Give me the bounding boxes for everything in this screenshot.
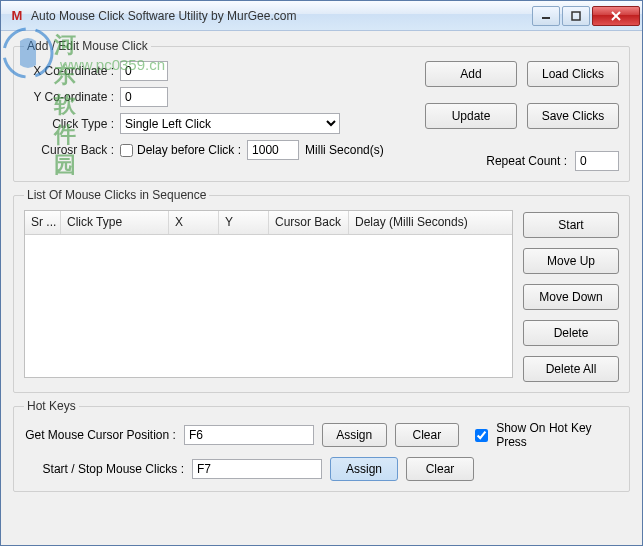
- minimize-button[interactable]: [532, 6, 560, 26]
- x-input[interactable]: [120, 61, 168, 81]
- clicktype-select[interactable]: Single Left Click: [120, 113, 340, 134]
- getpos-label: Get Mouse Cursor Position :: [24, 428, 176, 442]
- titlebar[interactable]: M Auto Mouse Click Software Utility by M…: [1, 1, 642, 31]
- grid-header: Sr ... Click Type X Y Cursor Back Delay …: [25, 211, 512, 235]
- close-icon: [610, 10, 622, 22]
- update-button[interactable]: Update: [425, 103, 517, 129]
- col-cursorback[interactable]: Cursor Back: [269, 211, 349, 234]
- start-button[interactable]: Start: [523, 212, 619, 238]
- cursorback-label: Curosr Back :: [24, 143, 114, 157]
- minimize-icon: [541, 11, 551, 21]
- hotkeys-legend: Hot Keys: [24, 399, 79, 413]
- add-edit-legend: Add / Edit Mouse Click: [24, 39, 151, 53]
- startstop-label: Start / Stop Mouse Clicks :: [24, 462, 184, 476]
- getpos-clear-button[interactable]: Clear: [395, 423, 460, 447]
- window-controls: [532, 6, 640, 26]
- add-button[interactable]: Add: [425, 61, 517, 87]
- show-checkbox[interactable]: [475, 429, 488, 442]
- delete-button[interactable]: Delete: [523, 320, 619, 346]
- maximize-icon: [571, 11, 581, 21]
- repeat-label: Repeat Count :: [486, 154, 567, 168]
- y-input[interactable]: [120, 87, 168, 107]
- x-label: X Co-ordinate :: [24, 64, 114, 78]
- col-x[interactable]: X: [169, 211, 219, 234]
- col-delay[interactable]: Delay (Milli Seconds): [349, 211, 512, 234]
- save-clicks-button[interactable]: Save Clicks: [527, 103, 619, 129]
- col-sr[interactable]: Sr ...: [25, 211, 61, 234]
- col-y[interactable]: Y: [219, 211, 269, 234]
- app-window: M Auto Mouse Click Software Utility by M…: [0, 0, 643, 546]
- window-content: Add / Edit Mouse Click X Co-ordinate : Y…: [1, 31, 642, 545]
- cursorback-checkbox[interactable]: [120, 144, 133, 157]
- clicks-grid[interactable]: Sr ... Click Type X Y Cursor Back Delay …: [24, 210, 513, 378]
- sequence-legend: List Of Mouse Clicks in Sequence: [24, 188, 209, 202]
- y-label: Y Co-ordinate :: [24, 90, 114, 104]
- delay-unit: Milli Second(s): [305, 143, 384, 157]
- app-icon: M: [9, 8, 25, 24]
- delay-input[interactable]: [247, 140, 299, 160]
- col-clicktype[interactable]: Click Type: [61, 211, 169, 234]
- moveup-button[interactable]: Move Up: [523, 248, 619, 274]
- deleteall-button[interactable]: Delete All: [523, 356, 619, 382]
- window-title: Auto Mouse Click Software Utility by Mur…: [31, 9, 532, 23]
- load-clicks-button[interactable]: Load Clicks: [527, 61, 619, 87]
- close-button[interactable]: [592, 6, 640, 26]
- svg-rect-1: [572, 12, 580, 20]
- movedown-button[interactable]: Move Down: [523, 284, 619, 310]
- getpos-assign-button[interactable]: Assign: [322, 423, 387, 447]
- delay-label: Delay before Click :: [137, 143, 241, 157]
- sequence-group: List Of Mouse Clicks in Sequence Sr ... …: [13, 188, 630, 393]
- startstop-assign-button[interactable]: Assign: [330, 457, 398, 481]
- show-label: Show On Hot Key Press: [496, 421, 619, 449]
- startstop-input[interactable]: [192, 459, 322, 479]
- add-edit-group: Add / Edit Mouse Click X Co-ordinate : Y…: [13, 39, 630, 182]
- startstop-clear-button[interactable]: Clear: [406, 457, 474, 481]
- maximize-button[interactable]: [562, 6, 590, 26]
- repeat-input[interactable]: [575, 151, 619, 171]
- clicktype-label: Click Type :: [24, 117, 114, 131]
- getpos-input[interactable]: [184, 425, 314, 445]
- hotkeys-group: Hot Keys Get Mouse Cursor Position : Ass…: [13, 399, 630, 492]
